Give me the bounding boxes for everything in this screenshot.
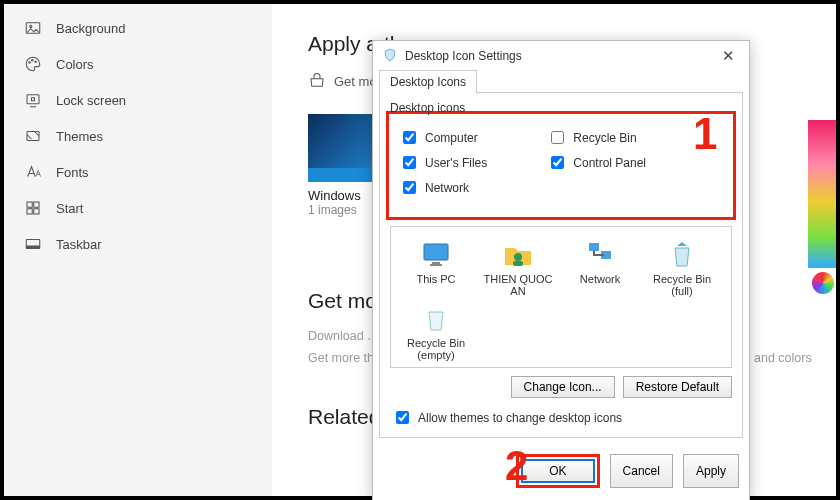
theme-preview-strip xyxy=(808,120,836,268)
close-icon[interactable]: ✕ xyxy=(718,47,739,65)
icon-preview-grid[interactable]: This PC THIEN QUOC AN Network Recycle Bi… xyxy=(390,226,732,368)
svg-rect-18 xyxy=(513,261,523,266)
svg-point-4 xyxy=(35,61,37,63)
palette-icon xyxy=(24,55,42,73)
ok-button[interactable]: OK xyxy=(521,459,594,483)
check-users-files[interactable]: User's Files xyxy=(399,153,487,172)
change-icon-button[interactable]: Change Icon... xyxy=(511,376,615,398)
svg-point-17 xyxy=(514,253,522,261)
themes-icon xyxy=(24,127,42,145)
image-icon xyxy=(24,19,42,37)
tab-desktop-icons[interactable]: Desktop Icons xyxy=(379,70,477,93)
svg-point-3 xyxy=(32,60,34,62)
apply-button[interactable]: Apply xyxy=(683,454,739,488)
icon-user-folder[interactable]: THIEN QUOC AN xyxy=(477,237,559,297)
check-control-panel[interactable]: Control Panel xyxy=(547,153,646,172)
lock-screen-icon xyxy=(24,91,42,109)
store-icon xyxy=(308,72,326,90)
svg-point-2 xyxy=(29,62,31,64)
settings-sidebar: Background Colors Lock screen Themes Fon… xyxy=(4,4,272,496)
icon-recycle-empty[interactable]: Recycle Bin (empty) xyxy=(395,301,477,361)
taskbar-icon xyxy=(24,235,42,253)
sidebar-item-label: Themes xyxy=(56,129,103,144)
sidebar-item-taskbar[interactable]: Taskbar xyxy=(4,226,272,262)
svg-rect-5 xyxy=(27,95,39,104)
svg-rect-19 xyxy=(589,243,599,251)
check-network[interactable]: Network xyxy=(399,178,487,197)
sidebar-item-label: Lock screen xyxy=(56,93,126,108)
sidebar-item-label: Fonts xyxy=(56,165,89,180)
cancel-button[interactable]: Cancel xyxy=(610,454,673,488)
restore-default-button[interactable]: Restore Default xyxy=(623,376,732,398)
sidebar-item-label: Background xyxy=(56,21,125,36)
fonts-icon xyxy=(24,163,42,181)
annotation-box-1: Computer User's Files Network Recycle Bi… xyxy=(386,111,736,220)
sidebar-item-background[interactable]: Background xyxy=(4,10,272,46)
svg-rect-13 xyxy=(26,246,40,249)
sidebar-item-themes[interactable]: Themes xyxy=(4,118,272,154)
svg-rect-14 xyxy=(424,244,448,260)
icon-this-pc[interactable]: This PC xyxy=(395,237,477,297)
annotation-box-2: OK xyxy=(516,454,599,488)
svg-rect-16 xyxy=(430,264,442,266)
sidebar-item-fonts[interactable]: Fonts xyxy=(4,154,272,190)
annotation-number-2: 2 xyxy=(505,442,528,490)
check-recycle-bin[interactable]: Recycle Bin xyxy=(547,128,646,147)
check-computer[interactable]: Computer xyxy=(399,128,487,147)
icon-recycle-full[interactable]: Recycle Bin (full) xyxy=(641,237,723,297)
allow-themes-checkbox[interactable]: Allow themes to change desktop icons xyxy=(392,408,732,427)
icon-network[interactable]: Network xyxy=(559,237,641,297)
sidebar-item-colors[interactable]: Colors xyxy=(4,46,272,82)
sidebar-item-start[interactable]: Start xyxy=(4,190,272,226)
sidebar-item-lockscreen[interactable]: Lock screen xyxy=(4,82,272,118)
svg-rect-15 xyxy=(432,262,440,264)
sidebar-item-label: Start xyxy=(56,201,83,216)
svg-point-1 xyxy=(30,25,32,27)
sidebar-item-label: Colors xyxy=(56,57,94,72)
svg-rect-9 xyxy=(34,202,39,207)
sidebar-item-label: Taskbar xyxy=(56,237,102,252)
svg-rect-8 xyxy=(27,202,32,207)
svg-rect-11 xyxy=(34,209,39,214)
annotation-number-1: 1 xyxy=(693,109,717,159)
dialog-title: Desktop Icon Settings xyxy=(405,49,522,63)
desktop-icon-settings-dialog: Desktop Icon Settings ✕ Desktop Icons De… xyxy=(372,40,750,500)
start-icon xyxy=(24,199,42,217)
svg-rect-6 xyxy=(32,98,35,101)
svg-rect-10 xyxy=(27,209,32,214)
shield-icon xyxy=(383,48,397,65)
